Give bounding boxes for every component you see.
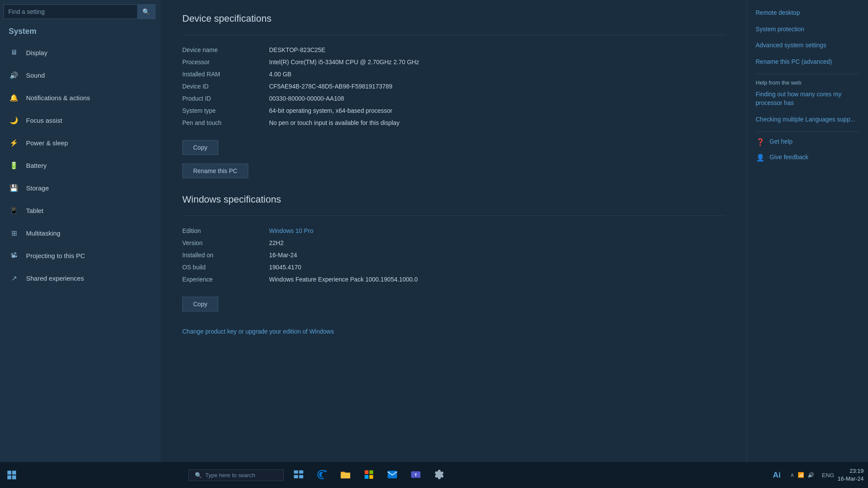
- system-label: System: [0, 23, 161, 41]
- get-help-link[interactable]: Get help: [769, 138, 792, 146]
- sidebar-item-label-projecting: Projecting to this PC: [26, 252, 85, 259]
- taskbar-apps: T: [288, 465, 450, 485]
- sidebar-item-storage[interactable]: 💾 Storage: [0, 177, 161, 199]
- windows-copy-button[interactable]: Copy: [182, 297, 218, 311]
- spec-row-device-id: Device ID CF5AE94B-278C-48D5-AB98-F59819…: [182, 80, 725, 92]
- sidebar-item-sound[interactable]: 🔊 Sound: [0, 64, 161, 86]
- shared-icon: ↗: [9, 273, 19, 283]
- get-help-icon: ❓: [756, 137, 765, 147]
- remote-desktop-link[interactable]: Remote desktop: [756, 9, 859, 17]
- spec-row-experience: Experience Windows Feature Experience Pa…: [182, 273, 725, 285]
- spec-label-installed-on: Installed on: [182, 252, 269, 259]
- spec-row-version: Version 22H2: [182, 237, 725, 249]
- svg-rect-3: [299, 475, 303, 478]
- taskbar-app-mail[interactable]: [382, 465, 403, 485]
- clock-date: 16-Mar-24: [838, 475, 864, 483]
- cores-link[interactable]: Finding out how many cores my processor …: [756, 90, 859, 107]
- projecting-icon: 📽: [9, 250, 19, 261]
- start-button[interactable]: [0, 462, 23, 488]
- sidebar-item-tablet[interactable]: 📱 Tablet: [0, 199, 161, 222]
- section-divider-device: [182, 35, 725, 35]
- battery-icon: 🔋: [9, 160, 19, 170]
- spec-value-product-id: 00330-80000-00000-AA108: [269, 95, 725, 102]
- taskbar-app-teams[interactable]: T: [405, 465, 426, 485]
- taskbar-search-box[interactable]: 🔍: [188, 469, 284, 481]
- spec-row-processor: Processor Intel(R) Core(TM) i5-3340M CPU…: [182, 56, 725, 68]
- taskbar-app-edge[interactable]: [312, 465, 332, 485]
- spec-label-ram: Installed RAM: [182, 71, 269, 78]
- taskbar-systray: ∧ 📶 🔊: [786, 472, 819, 478]
- taskbar-app-store[interactable]: [358, 465, 379, 485]
- sidebar-item-label-display: Display: [26, 49, 47, 56]
- right-panel-divider2: [756, 131, 859, 132]
- rename-pc-button[interactable]: Rename this PC: [182, 164, 248, 178]
- search-box[interactable]: 🔍: [3, 4, 155, 19]
- spec-label-pen-touch: Pen and touch: [182, 119, 269, 126]
- change-product-key-link[interactable]: Change product key or upgrade your editi…: [182, 328, 334, 335]
- taskbar-app-explorer[interactable]: [335, 465, 356, 485]
- sidebar-item-label-sound: Sound: [26, 72, 45, 79]
- sidebar-item-label-notifications: Notifications & actions: [26, 94, 90, 102]
- sidebar-item-projecting[interactable]: 📽 Projecting to this PC: [0, 244, 161, 267]
- taskbar-clock[interactable]: 23:19 16-Mar-24: [838, 467, 868, 483]
- spec-row-pen-touch: Pen and touch No pen or touch input is a…: [182, 117, 725, 129]
- right-panel-divider: [756, 74, 859, 74]
- taskbar-search-input[interactable]: [205, 472, 277, 478]
- storage-icon: 💾: [9, 183, 19, 193]
- spec-value-pen-touch: No pen or touch input is available for t…: [269, 119, 725, 126]
- give-feedback-icon: 👤: [756, 153, 765, 162]
- sidebar-item-notifications[interactable]: 🔔 Notifications & actions: [0, 86, 161, 109]
- sidebar-item-label-power: Power & sleep: [26, 139, 68, 147]
- spec-value-device-name: DESKTOP-823C25E: [269, 46, 725, 53]
- taskbar-app-taskview[interactable]: [288, 465, 309, 485]
- svg-rect-5: [369, 470, 373, 474]
- sidebar-item-display[interactable]: 🖥 Display: [0, 41, 161, 64]
- taskbar: 🔍: [0, 462, 868, 488]
- languages-link[interactable]: Checking multiple Languages supp...: [756, 115, 859, 124]
- sidebar-item-label-tablet: Tablet: [26, 207, 43, 214]
- sidebar-item-shared[interactable]: ↗ Shared experiences: [0, 267, 161, 289]
- search-button[interactable]: 🔍: [137, 5, 155, 19]
- spec-label-version: Version: [182, 239, 269, 246]
- notifications-icon: 🔔: [9, 92, 19, 103]
- windows-logo-icon: [7, 471, 16, 479]
- spec-value-installed-on: 16-Mar-24: [269, 252, 725, 259]
- spec-row-ram: Installed RAM 4.00 GB: [182, 68, 725, 80]
- give-feedback-row[interactable]: 👤 Give feedback: [756, 153, 859, 162]
- ai-button[interactable]: Ai: [768, 471, 786, 480]
- spec-value-edition: Windows 10 Pro: [269, 227, 725, 234]
- spec-row-device-name: Device name DESKTOP-823C25E: [182, 44, 725, 56]
- spec-row-edition: Edition Windows 10 Pro: [182, 225, 725, 237]
- right-panel: Remote desktop System protection Advance…: [746, 0, 868, 462]
- taskbar-search-icon: 🔍: [195, 472, 202, 478]
- advanced-system-link[interactable]: Advanced system settings: [756, 41, 859, 50]
- spec-value-version: 22H2: [269, 239, 725, 246]
- spec-row-system-type: System type 64-bit operating system, x64…: [182, 105, 725, 117]
- systray-chevron[interactable]: ∧: [790, 472, 794, 478]
- spec-value-experience: Windows Feature Experience Pack 1000.190…: [269, 276, 725, 283]
- sidebar-item-label-multitasking: Multitasking: [26, 229, 60, 237]
- search-input[interactable]: [4, 5, 137, 19]
- sidebar-item-power[interactable]: ⚡ Power & sleep: [0, 131, 161, 154]
- give-feedback-link[interactable]: Give feedback: [769, 153, 809, 162]
- device-specs-title: Device specifications: [182, 13, 725, 24]
- device-copy-button[interactable]: Copy: [182, 140, 218, 155]
- taskbar-app-settings[interactable]: [429, 465, 450, 485]
- sidebar-item-label-battery: Battery: [26, 162, 47, 169]
- systray-volume[interactable]: 🔊: [808, 472, 814, 478]
- system-protection-link[interactable]: System protection: [756, 25, 859, 34]
- sidebar-item-focus[interactable]: 🌙 Focus assist: [0, 109, 161, 131]
- sidebar-item-multitasking[interactable]: ⊞ Multitasking: [0, 222, 161, 244]
- get-help-row[interactable]: ❓ Get help: [756, 137, 859, 147]
- device-spec-table: Device name DESKTOP-823C25E Processor In…: [182, 44, 725, 129]
- sidebar-item-label-focus: Focus assist: [26, 117, 62, 124]
- spec-value-ram: 4.00 GB: [269, 71, 725, 78]
- svg-rect-6: [365, 475, 368, 479]
- power-icon: ⚡: [9, 138, 19, 148]
- rename-pc-advanced-link[interactable]: Rename this PC (advanced): [756, 58, 859, 66]
- display-icon: 🖥: [9, 47, 19, 58]
- sidebar-item-battery[interactable]: 🔋 Battery: [0, 154, 161, 177]
- svg-text:T: T: [414, 472, 417, 477]
- sidebar-item-label-storage: Storage: [26, 184, 49, 192]
- svg-rect-8: [388, 471, 397, 478]
